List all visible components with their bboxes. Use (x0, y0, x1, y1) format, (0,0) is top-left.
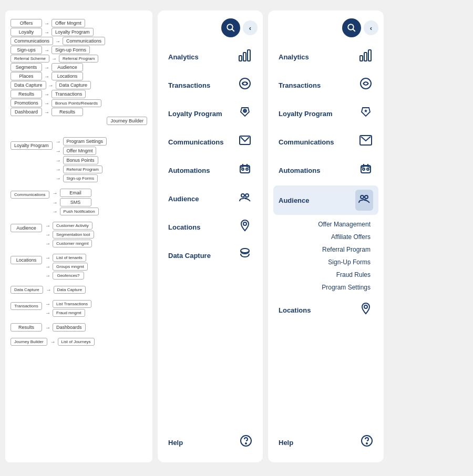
nav-item-analytics[interactable]: Analytics (163, 44, 258, 70)
diag-box-audience: Audience (52, 63, 83, 71)
diag-box-promotions: Promotions (11, 99, 42, 107)
arrow: → (53, 200, 58, 205)
svg-point-14 (245, 194, 249, 197)
diag-child: List of tenants (53, 254, 86, 262)
svg-rect-3 (243, 53, 246, 61)
nav-item-audience[interactable]: Audience (163, 185, 258, 212)
sub-item-signup-forms[interactable]: Sign-Up Forms (273, 256, 378, 268)
diagram-row: Results → Transactions (11, 90, 147, 98)
diag-box-offers: Offers (11, 19, 42, 27)
nav-header-middle: ‹ (163, 18, 258, 37)
diag-box-dashboard: Dashboard (11, 108, 42, 116)
nav-item-loyalty-right[interactable]: Loyalty Program (273, 100, 378, 127)
locations-icon-right (358, 301, 373, 319)
transactions-icon-right (358, 76, 373, 94)
diag-group-datacapture: Data Capture → Data Capture (11, 286, 147, 294)
svg-point-35 (366, 443, 367, 444)
arrow: → (44, 29, 49, 35)
diag-group-results: Results → Dashboards (11, 323, 147, 332)
arrow: → (50, 339, 56, 345)
arrow: → (44, 109, 49, 115)
diag-child: Fraud mngmt (53, 309, 85, 317)
diag-child: Dashboards (53, 323, 86, 332)
sub-item-offer-management[interactable]: Offer Management (273, 218, 378, 231)
diag-box-referral: Referral Scheme (11, 55, 49, 63)
nav-item-analytics-right[interactable]: Analytics (273, 44, 378, 70)
diag-child: List Transactions (53, 300, 91, 308)
nav-item-help-right[interactable]: Help (273, 430, 378, 454)
nav-panel-middle: ‹ Analytics Transactions (158, 11, 263, 462)
sub-item-fraud-rules[interactable]: Fraud Rules (273, 268, 378, 281)
arrow: → (45, 301, 50, 307)
svg-point-19 (348, 24, 354, 30)
diag-box-datacap: Data Capture (11, 81, 46, 89)
diag-child: Customer Activity (53, 222, 92, 230)
diagram-row: Communications → Communications (11, 37, 147, 45)
svg-line-1 (232, 29, 234, 32)
nav-item-locations[interactable]: Locations (163, 214, 258, 240)
nav-panel-right: ‹ Analytics Transactions (268, 11, 384, 462)
diag-box-loyalty-program: Loyalty Program (52, 28, 94, 36)
sub-item-affiliate-offers[interactable]: Affiliate Offers (273, 231, 378, 243)
nav-item-transactions-right[interactable]: Transactions (273, 72, 378, 98)
back-arrow-icon[interactable]: ‹ (243, 20, 258, 35)
help-icon-right (361, 434, 373, 450)
diag-box-segments: Segments (11, 63, 42, 71)
arrow: → (56, 139, 61, 144)
diagram-row: Journey Builder (11, 117, 147, 125)
diag-parent-loyalty: Loyalty Program (11, 141, 53, 150)
diag-child: Data Capture (54, 286, 86, 294)
diag-box-locations: Locations (52, 72, 83, 80)
arrow: → (45, 232, 50, 237)
svg-point-9 (242, 168, 244, 170)
nav-item-datacapture[interactable]: Data Capture (163, 242, 258, 268)
diag-child: Groups mngmt (53, 263, 88, 271)
svg-rect-21 (360, 56, 363, 61)
diagram-row: Sign-ups → Sign-up Forms (11, 46, 147, 54)
diag-box-referral-r: Referral Program (59, 55, 98, 63)
svg-point-10 (246, 168, 248, 170)
loyalty-icon-right (358, 105, 373, 122)
arrow: → (45, 241, 50, 246)
diag-group-loyalty: Loyalty Program → Program Settings → Off… (11, 137, 147, 182)
arrow: → (56, 158, 61, 163)
arrow: → (45, 310, 50, 316)
nav-item-communications[interactable]: Communications (163, 129, 258, 155)
nav-item-transactions[interactable]: Transactions (163, 72, 258, 98)
arrow: → (52, 56, 57, 61)
arrow: → (56, 167, 61, 172)
svg-point-15 (243, 222, 246, 225)
diag-parent-datacapture: Data Capture (11, 286, 43, 294)
locations-label: Locations (279, 306, 311, 314)
back-arrow-icon-right[interactable]: ‹ (364, 20, 378, 35)
nav-item-automations-right[interactable]: Automations (273, 157, 378, 183)
audience-icon-right (355, 190, 373, 211)
diagram-row: Data Capture → Data Capture (11, 81, 147, 89)
svg-rect-23 (368, 50, 371, 61)
diag-child: Push Notification (60, 208, 99, 215)
search-icon[interactable] (221, 18, 240, 37)
diag-child: SMS (60, 198, 91, 206)
nav-item-communications-right[interactable]: Communications (273, 129, 378, 155)
svg-point-13 (241, 194, 244, 197)
nav-item-loyalty[interactable]: Loyalty Program (163, 100, 258, 127)
nav-item-audience-right[interactable]: Audience (273, 185, 378, 215)
arrow: → (44, 74, 49, 79)
diag-parent-audience: Audience (11, 224, 42, 232)
diagram-row: Promotions → Bonus Points/Rewards (11, 99, 147, 107)
locations-icon (238, 218, 252, 236)
search-icon-right[interactable] (342, 18, 361, 37)
svg-point-31 (361, 195, 364, 199)
help-icon (240, 434, 252, 450)
diag-child: List of Journeys (58, 338, 95, 346)
arrow: → (44, 47, 49, 53)
communications-icon (238, 133, 252, 151)
diag-group-comms: Communications → Email → SMS → Push Noti… (11, 189, 147, 215)
nav-header-right: ‹ (273, 18, 378, 37)
nav-item-help[interactable]: Help (163, 430, 258, 454)
nav-item-locations-right[interactable]: Locations (273, 297, 378, 323)
sub-item-referral-program[interactable]: Referral Program (273, 243, 378, 256)
sub-item-program-settings[interactable]: Program Settings (273, 281, 378, 294)
nav-item-automations[interactable]: Automations (163, 157, 258, 183)
arrow: → (44, 91, 49, 97)
